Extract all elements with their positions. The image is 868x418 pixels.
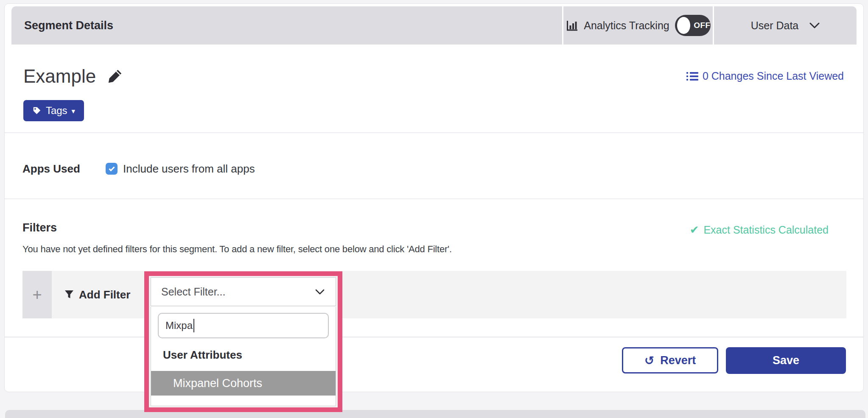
filter-dropdown-highlight-box: Select Filter... Mixpa User Attributes M… — [144, 271, 342, 412]
apps-used-row: Apps Used Include users from all apps — [22, 160, 255, 178]
toggle-state-label: OFF — [694, 21, 711, 30]
next-section-header — [5, 410, 865, 418]
segment-name-row: Example — [23, 66, 123, 87]
include-all-apps-label: Include users from all apps — [123, 162, 255, 176]
pencil-icon — [107, 68, 123, 84]
panel-title-section: Segment Details — [11, 6, 562, 45]
footer-divider — [5, 337, 863, 337]
save-button-label: Save — [773, 354, 799, 367]
caret-down-icon: ▾ — [72, 107, 76, 115]
changes-link-label: 0 Changes Since Last Viewed — [703, 70, 844, 82]
tag-icon — [32, 106, 42, 115]
select-filter-dropdown[interactable]: Select Filter... — [151, 277, 336, 306]
tags-button-label: Tags — [46, 105, 67, 117]
analytics-tracking-label: Analytics Tracking — [584, 20, 669, 32]
apps-used-label: Apps Used — [22, 162, 106, 176]
filters-description: You have not yet defined filters for thi… — [22, 244, 452, 255]
revert-icon: ↺ — [644, 354, 654, 368]
exact-statistics-status: ✔ Exact Statistics Calculated — [690, 223, 829, 236]
check-icon: ✔ — [690, 223, 699, 236]
dropdown-group-label: User Attributes — [151, 338, 336, 371]
bar-chart-icon — [566, 19, 578, 32]
toggle-knob — [677, 17, 691, 34]
filter-search-input[interactable]: Mixpa — [158, 313, 329, 338]
user-data-dropdown[interactable]: User Data — [714, 6, 857, 45]
panel-header: Segment Details Analytics Tracking OFF — [11, 6, 857, 45]
user-data-label: User Data — [751, 20, 799, 32]
checkmark-icon — [109, 165, 115, 171]
add-filter-plus-button[interactable]: + — [22, 271, 52, 318]
section-divider — [5, 198, 863, 199]
chevron-down-icon — [809, 22, 820, 28]
analytics-tracking-toggle[interactable]: OFF — [675, 15, 711, 36]
page-title: Segment Details — [24, 19, 113, 32]
page: Segment Details Analytics Tracking OFF — [0, 0, 868, 418]
exact-statistics-label: Exact Statistics Calculated — [703, 224, 829, 236]
filters-heading: Filters — [22, 221, 57, 234]
select-filter-placeholder: Select Filter... — [161, 286, 225, 298]
analytics-tracking-section: Analytics Tracking OFF — [563, 6, 713, 45]
funnel-icon — [64, 290, 74, 299]
filter-dropdown-panel: Mixpa User Attributes Mixpanel Cohorts — [151, 307, 336, 406]
changes-since-last-viewed-link[interactable]: 0 Changes Since Last Viewed — [686, 70, 844, 82]
include-all-apps-checkbox[interactable] — [106, 163, 118, 175]
add-filter-label: Add Filter — [79, 288, 130, 301]
edit-name-button[interactable] — [107, 68, 123, 84]
save-button[interactable]: Save — [726, 347, 846, 374]
segment-name: Example — [23, 66, 96, 87]
revert-button-label: Revert — [660, 354, 696, 367]
section-divider — [5, 132, 863, 133]
filter-search-value: Mixpa — [165, 320, 193, 332]
tags-button[interactable]: Tags ▾ — [23, 100, 84, 121]
add-filter-label-group: Add Filter — [64, 271, 130, 318]
dropdown-option-mixpanel-cohorts[interactable]: Mixpanel Cohorts — [151, 371, 336, 396]
chevron-down-icon — [315, 289, 325, 295]
segment-details-panel: Segment Details Analytics Tracking OFF — [4, 3, 864, 392]
text-cursor — [193, 319, 194, 332]
revert-button[interactable]: ↺ Revert — [622, 347, 718, 373]
changelog-icon — [686, 71, 698, 81]
